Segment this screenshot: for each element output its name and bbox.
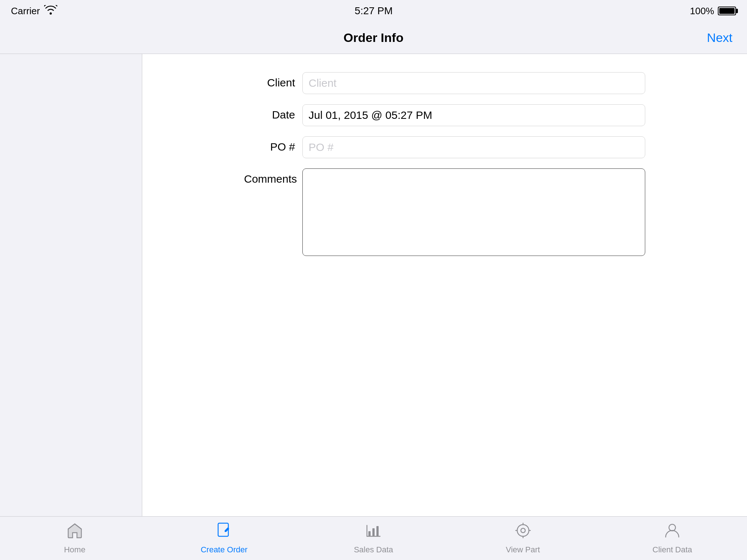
status-right: 100% — [690, 5, 736, 17]
battery-icon — [718, 7, 736, 15]
order-form: Client Date PO # Comments — [244, 72, 645, 256]
client-input[interactable] — [302, 72, 645, 94]
client-data-icon — [663, 522, 681, 543]
po-row: PO # — [244, 136, 645, 158]
status-time: 5:27 PM — [355, 5, 392, 17]
nav-bar: Order Info Next — [0, 22, 747, 54]
comments-input[interactable] — [302, 168, 645, 256]
svg-rect-3 — [376, 526, 379, 536]
view-part-icon — [514, 522, 532, 543]
tab-bar: Home Create Order Sales Data — [0, 516, 747, 560]
wifi-icon — [44, 5, 57, 17]
next-button[interactable]: Next — [707, 31, 732, 45]
home-icon — [66, 522, 84, 543]
sales-data-icon — [365, 522, 382, 543]
tab-label-create-order: Create Order — [201, 545, 247, 555]
battery-percent: 100% — [690, 5, 714, 17]
nav-right: Next — [659, 31, 732, 45]
comments-row: Comments — [244, 168, 645, 256]
date-input[interactable] — [302, 104, 645, 126]
sidebar — [0, 54, 142, 516]
tab-item-create-order[interactable]: Create Order — [187, 522, 260, 555]
po-input[interactable] — [302, 136, 645, 158]
date-label: Date — [244, 104, 302, 121]
comments-label: Comments — [244, 168, 302, 185]
status-left: Carrier — [11, 5, 57, 17]
date-row: Date — [244, 104, 645, 126]
tab-item-home[interactable]: Home — [38, 522, 111, 555]
svg-point-4 — [517, 525, 529, 536]
po-label: PO # — [244, 136, 302, 153]
status-bar: Carrier 5:27 PM 100% — [0, 0, 747, 22]
tab-label-sales-data: Sales Data — [354, 545, 393, 555]
content-area: Client Date PO # Comments — [142, 54, 747, 516]
client-label: Client — [244, 72, 302, 89]
svg-point-5 — [521, 528, 525, 533]
tab-label-home: Home — [64, 545, 85, 555]
create-order-icon — [215, 522, 233, 543]
client-row: Client — [244, 72, 645, 94]
svg-point-10 — [669, 524, 676, 531]
tab-item-sales-data[interactable]: Sales Data — [337, 522, 410, 555]
tab-label-client-data: Client Data — [653, 545, 692, 555]
nav-title: Order Info — [88, 31, 659, 45]
svg-rect-2 — [372, 528, 375, 536]
carrier-label: Carrier — [11, 5, 40, 17]
tab-label-view-part: View Part — [506, 545, 540, 555]
main-layout: Client Date PO # Comments — [0, 54, 747, 516]
svg-rect-1 — [368, 531, 371, 536]
tab-item-view-part[interactable]: View Part — [487, 522, 560, 555]
tab-item-client-data[interactable]: Client Data — [636, 522, 709, 555]
